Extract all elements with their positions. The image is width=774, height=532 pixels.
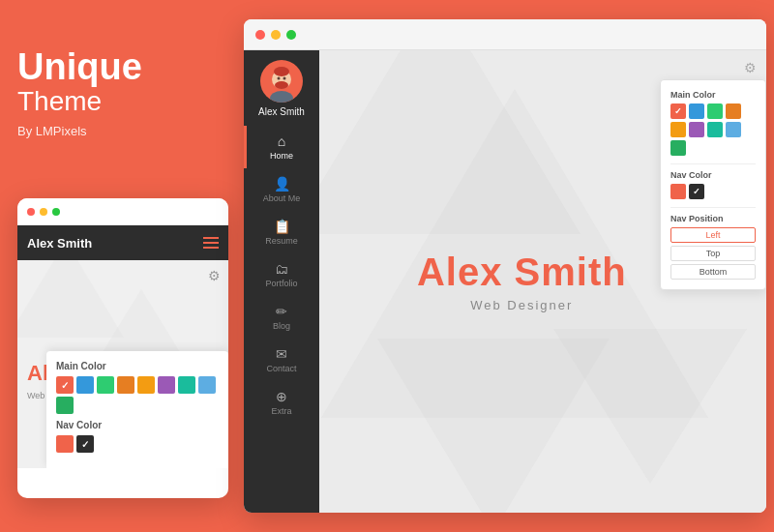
- desktop-main-color-swatches: [670, 103, 756, 156]
- mobile-main-color-grid: [56, 376, 219, 414]
- mobile-main-color-label: Main Color: [56, 361, 219, 371]
- mobile-color-blue[interactable]: [76, 376, 94, 394]
- about-icon: 👤: [274, 176, 290, 192]
- dp-color-purple[interactable]: [689, 122, 704, 137]
- mobile-color-yellow[interactable]: [137, 376, 155, 394]
- desktop-nav-color-swatches: [670, 184, 756, 199]
- sidebar-item-about[interactable]: 👤 About Me: [244, 168, 319, 211]
- hamburger-icon[interactable]: [203, 237, 219, 249]
- mobile-content: ⚙ Alex Sm Web Desi... Main Color Nav Col…: [17, 260, 228, 468]
- home-icon: ⌂: [278, 133, 285, 149]
- contact-icon: ✉: [276, 346, 287, 362]
- mobile-color-teal[interactable]: [178, 376, 195, 394]
- mobile-topbar: [17, 198, 228, 225]
- about-label: About Me: [263, 193, 301, 203]
- mobile-color-darkgreen[interactable]: [56, 397, 74, 414]
- sidebar-item-home[interactable]: ⌂ Home: [244, 126, 319, 168]
- panel-divider-1: [670, 163, 756, 164]
- desktop-mockup: Alex Smith ⌂ Home 👤 About Me 📋 Resume 🗂 …: [244, 19, 766, 513]
- panel-divider-2: [670, 207, 756, 208]
- dp-color-teal[interactable]: [707, 122, 723, 137]
- dp-color-green[interactable]: [707, 103, 723, 119]
- portfolio-label: Portfolio: [265, 279, 297, 288]
- mobile-nav-color-orange[interactable]: [56, 435, 74, 453]
- sidebar-item-extra[interactable]: ⊕ Extra: [244, 381, 319, 424]
- desktop-sidebar: Alex Smith ⌂ Home 👤 About Me 📋 Resume 🗂 …: [244, 50, 319, 513]
- mobile-color-purple[interactable]: [158, 376, 175, 394]
- desktop-body: Alex Smith ⌂ Home 👤 About Me 📋 Resume 🗂 …: [244, 50, 766, 513]
- mobile-dot-red: [27, 208, 35, 216]
- sidebar-item-contact[interactable]: ✉ Contact: [244, 339, 319, 381]
- brand-by: By LMPixels: [17, 124, 211, 138]
- dp-color-orange[interactable]: [670, 103, 686, 119]
- brand-title: Unique: [17, 48, 211, 85]
- hamburger-line-1: [203, 237, 219, 239]
- desktop-hero-role: Web Designer: [417, 298, 627, 312]
- mobile-color-lightblue[interactable]: [198, 376, 216, 394]
- sidebar-item-portfolio[interactable]: 🗂 Portfolio: [244, 253, 319, 296]
- nav-pos-top[interactable]: Top: [670, 246, 756, 261]
- desktop-hero: Alex Smith Web Designer: [417, 251, 627, 312]
- dp-color-lightblue[interactable]: [726, 122, 741, 137]
- sidebar-avatar: [260, 60, 303, 103]
- desktop-tri-4: [553, 329, 747, 484]
- dp-nav-color-dark[interactable]: [689, 184, 704, 199]
- nav-pos-bottom[interactable]: Bottom: [670, 264, 756, 280]
- hamburger-line-3: [203, 247, 219, 249]
- nav-pos-left[interactable]: Left: [670, 227, 756, 243]
- portfolio-icon: 🗂: [275, 261, 288, 277]
- mobile-color-darkorange[interactable]: [117, 376, 134, 394]
- brand-subtitle: Theme: [17, 85, 211, 118]
- dp-color-darkorange[interactable]: [726, 103, 741, 119]
- desktop-nav-color-label: Nav Color: [670, 170, 756, 180]
- avatar-svg: [260, 60, 303, 103]
- desktop-dot-red: [255, 30, 265, 40]
- mobile-nav-name: Alex Smith: [27, 236, 92, 251]
- hamburger-line-2: [203, 242, 219, 244]
- mobile-color-panel: Main Color Nav Color: [46, 351, 228, 468]
- desktop-main-content: Alex Smith Web Designer ⚙ Main Color: [319, 50, 766, 513]
- desktop-nav-position-label: Nav Position: [670, 214, 756, 223]
- blog-icon: ✏: [276, 304, 287, 319]
- home-label: Home: [270, 151, 293, 161]
- mobile-mockup: Alex Smith ⚙ Alex Sm Web Desi... Main Co…: [17, 198, 228, 498]
- desktop-color-panel: Main Color Nav Color: [660, 79, 766, 290]
- extra-label: Extra: [271, 406, 291, 416]
- dp-color-darkgreen[interactable]: [670, 140, 686, 156]
- desktop-main-color-label: Main Color: [670, 90, 756, 100]
- resume-label: Resume: [265, 236, 298, 246]
- dp-color-blue[interactable]: [689, 103, 704, 119]
- desktop-settings-icon[interactable]: ⚙: [744, 60, 757, 75]
- contact-label: Contact: [266, 364, 296, 373]
- svg-point-2: [275, 81, 288, 89]
- svg-point-0: [270, 91, 293, 103]
- mobile-nav: Alex Smith: [17, 225, 228, 260]
- mobile-color-green[interactable]: [97, 376, 114, 394]
- mobile-nav-color-dark[interactable]: [76, 435, 94, 453]
- desktop-topbar: [244, 19, 766, 50]
- svg-point-5: [283, 77, 286, 80]
- desktop-hero-name: Alex Smith: [417, 251, 627, 294]
- blog-label: Blog: [273, 321, 290, 331]
- dp-color-yellow[interactable]: [670, 122, 686, 137]
- svg-point-3: [274, 67, 289, 76]
- sidebar-item-blog[interactable]: ✏ Blog: [244, 296, 319, 339]
- dp-nav-color-orange[interactable]: [670, 184, 686, 199]
- mobile-nav-color-grid: [56, 435, 219, 453]
- svg-point-4: [278, 77, 281, 80]
- desktop-dot-yellow: [271, 30, 281, 40]
- desktop-dot-green: [286, 30, 296, 40]
- sidebar-item-resume[interactable]: 📋 Resume: [244, 211, 319, 253]
- resume-icon: 📋: [274, 219, 290, 234]
- mobile-dot-green: [52, 208, 60, 216]
- mobile-settings-icon[interactable]: ⚙: [208, 268, 221, 283]
- nav-position-options: Left Top Bottom: [670, 227, 756, 280]
- mobile-dot-yellow: [40, 208, 47, 216]
- sidebar-user-name: Alex Smith: [258, 106, 305, 118]
- mobile-nav-color-label: Nav Color: [56, 420, 219, 430]
- mobile-color-orange[interactable]: [56, 376, 74, 394]
- branding-area: Unique Theme By LMPixels: [17, 48, 211, 138]
- extra-icon: ⊕: [276, 389, 287, 404]
